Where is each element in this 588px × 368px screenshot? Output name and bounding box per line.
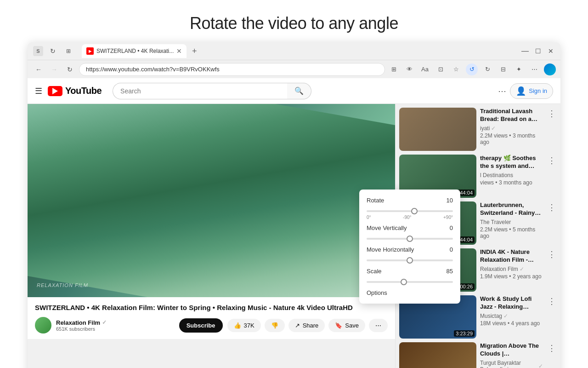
rotate-slider[interactable] bbox=[367, 210, 453, 212]
minimize-button[interactable]: — bbox=[521, 47, 529, 55]
close-button[interactable]: ✕ bbox=[547, 47, 555, 55]
sidebar-more-button[interactable]: ⋮ bbox=[547, 295, 557, 339]
sidebar-more-button[interactable]: ⋮ bbox=[547, 155, 557, 198]
sidebar-more-button[interactable]: ⋮ bbox=[547, 201, 557, 245]
scale-slider[interactable] bbox=[367, 281, 453, 283]
collections-icon[interactable]: ✦ bbox=[513, 63, 525, 75]
sidebar-video-info: INDIA 4K - Nature Relaxation Film - Peac… bbox=[480, 248, 543, 292]
more-actions-button[interactable]: ⋯ bbox=[369, 319, 388, 332]
sidebar-video-meta: views • 3 months ago bbox=[480, 179, 543, 186]
browser-titlebar: S ↻ ⊞ ▶ SWITZERLAND • 4K Relaxati... ✕ +… bbox=[28, 42, 560, 60]
move-h-slider-container bbox=[367, 255, 453, 263]
verified-badge: ✓ bbox=[102, 319, 107, 326]
reading-mode-icon[interactable]: 👁 bbox=[403, 63, 415, 75]
channel-name: Relaxation Film ✓ bbox=[56, 319, 175, 326]
sidebar-icon[interactable]: ⊟ bbox=[497, 63, 509, 75]
sidebar-video-title: Work & Study Lofi Jazz - Relaxing Smooth… bbox=[480, 295, 543, 311]
more-options-icon[interactable]: ⋯ bbox=[498, 86, 506, 96]
rotate-value: 10 bbox=[447, 197, 453, 204]
channel-subscribers: 651K subscribers bbox=[56, 326, 175, 332]
sidebar-video-item[interactable]: 31:18Migration Above The Clouds | Docume… bbox=[399, 342, 557, 368]
subscribe-button[interactable]: Subscribe bbox=[179, 318, 223, 333]
verified-icon: ✓ bbox=[538, 363, 543, 368]
sidebar-video-info: Lauterbrunnen, Switzerland - Rainy walk … bbox=[480, 201, 543, 245]
sign-in-button[interactable]: 👤 Sign in bbox=[510, 83, 553, 99]
sidebar-video-title: Migration Above The Clouds | Documentary bbox=[480, 342, 543, 358]
back-button[interactable]: ← bbox=[32, 63, 45, 76]
window-action-buttons: — ☐ ✕ bbox=[521, 47, 555, 55]
youtube-logo[interactable]: YouTube bbox=[48, 86, 102, 96]
extension-active-icon[interactable]: ↺ bbox=[466, 63, 478, 75]
extension-icon-refresh[interactable]: ↻ bbox=[47, 45, 59, 57]
browser-tabs: ▶ SWITZERLAND • 4K Relaxati... ✕ + bbox=[82, 44, 517, 58]
options-link[interactable]: Options bbox=[367, 289, 453, 296]
main-content: RELAXATION FILM SWITZERLAND • 4K Relaxat… bbox=[28, 104, 560, 368]
maximize-button[interactable]: ☐ bbox=[534, 47, 542, 55]
like-button[interactable]: 👍 37K bbox=[227, 319, 261, 332]
refresh-page-icon[interactable]: ↻ bbox=[481, 63, 493, 75]
split-view-icon[interactable]: ⊞ bbox=[388, 63, 400, 75]
youtube-logo-icon bbox=[48, 86, 62, 96]
video-frame: RELAXATION FILM bbox=[28, 104, 395, 297]
dislike-icon: 👎 bbox=[271, 322, 278, 329]
move-h-value: 0 bbox=[450, 246, 453, 253]
page-content: ☰ YouTube 🔍 ⋯ 👤 Sign in bbox=[28, 78, 560, 368]
rotate-labels: 0° -90° +90° bbox=[367, 215, 453, 220]
browser-window: S ↻ ⊞ ▶ SWITZERLAND • 4K Relaxati... ✕ +… bbox=[28, 42, 560, 368]
screenshot-icon[interactable]: ⊡ bbox=[435, 63, 447, 75]
verified-icon: ✓ bbox=[520, 266, 524, 272]
sidebar-video-info: Migration Above The Clouds | Documentary… bbox=[480, 342, 543, 368]
sidebar-channel-name: l Destinations bbox=[480, 172, 543, 178]
url-bar[interactable] bbox=[79, 63, 385, 76]
sidebar-channel-name: Turgut Bayraktar Belgeselleri ✓ bbox=[480, 360, 543, 368]
video-actions: 👍 37K 👎 ↗ Share 🔖 bbox=[227, 319, 388, 332]
menu-icon[interactable]: ☰ bbox=[35, 86, 42, 96]
dislike-button[interactable]: 👎 bbox=[265, 319, 285, 332]
sidebar-video-title: INDIA 4K - Nature Relaxation Film - Peac… bbox=[480, 248, 543, 264]
active-tab[interactable]: ▶ SWITZERLAND • 4K Relaxati... ✕ bbox=[82, 44, 187, 58]
text-size-icon[interactable]: Aa bbox=[419, 63, 431, 75]
browser-nav: ← → ↻ ⊞ 👁 Aa ⊡ ☆ ↺ ↻ ⊟ ✦ ⋯ bbox=[28, 60, 560, 78]
sidebar-video-info: Work & Study Lofi Jazz - Relaxing Smooth… bbox=[480, 295, 543, 339]
move-v-slider[interactable] bbox=[367, 238, 453, 240]
video-side: RELAXATION FILM SWITZERLAND • 4K Relaxat… bbox=[28, 104, 395, 368]
edge-icon[interactable] bbox=[544, 63, 556, 75]
search-button[interactable]: 🔍 bbox=[287, 83, 311, 99]
scale-label: Scale bbox=[367, 268, 382, 275]
forward-button[interactable]: → bbox=[48, 63, 61, 76]
thumb-duration: 44:04 bbox=[458, 190, 475, 196]
sidebar-more-button[interactable]: ⋮ bbox=[547, 342, 557, 368]
tab-favicon: ▶ bbox=[86, 47, 94, 55]
move-h-row: Move Horizontally 0 bbox=[367, 246, 453, 253]
move-v-slider-container bbox=[367, 233, 453, 242]
share-button[interactable]: ↗ Share bbox=[288, 319, 325, 332]
tab-close-button[interactable]: ✕ bbox=[176, 47, 182, 55]
channel-avatar[interactable] bbox=[35, 317, 51, 334]
refresh-button[interactable]: ↻ bbox=[63, 63, 76, 76]
sidebar-video-item[interactable]: Traditional Lavash Bread: Bread on a Bar… bbox=[399, 108, 557, 151]
video-player[interactable]: RELAXATION FILM bbox=[28, 104, 395, 297]
sidebar-more-button[interactable]: ⋮ bbox=[547, 248, 557, 292]
sidebar-more-button[interactable]: ⋮ bbox=[547, 108, 557, 151]
channel-row: Relaxation Film ✓ 651K subscribers Subsc… bbox=[35, 317, 388, 334]
sidebar-video-info: therapy 🌿 Soothes the s system and refre… bbox=[480, 155, 543, 198]
sidebar-video-title: Traditional Lavash Bread: Bread on a Bar… bbox=[480, 108, 543, 123]
sidebar-video-meta: 2.2M views • 5 months ago bbox=[480, 226, 543, 239]
search-input[interactable] bbox=[113, 83, 287, 99]
new-tab-button[interactable]: + bbox=[188, 45, 200, 57]
rotate-slider-container: 0° -90° +90° bbox=[367, 206, 453, 220]
sidebar-channel-name: iyati ✓ bbox=[480, 125, 543, 132]
more-icon[interactable]: ⋯ bbox=[528, 63, 540, 75]
thumb-duration: 3:23:29 bbox=[454, 330, 475, 337]
extension-icon-s[interactable]: S bbox=[33, 46, 43, 56]
overlay-panel: Rotate 10 0° -90° +90° Move Vertically 0 bbox=[359, 190, 460, 304]
tab-title: SWITZERLAND • 4K Relaxati... bbox=[96, 48, 174, 54]
page-heading: Rotate the video to any angle bbox=[0, 0, 588, 42]
share-icon: ↗ bbox=[295, 322, 300, 329]
extension-icon-grid[interactable]: ⊞ bbox=[62, 45, 74, 57]
nav-right-icons: ⊞ 👁 Aa ⊡ ☆ ↺ ↻ ⊟ ✦ ⋯ bbox=[388, 63, 556, 75]
move-h-slider[interactable] bbox=[367, 259, 453, 261]
favorites-icon[interactable]: ☆ bbox=[450, 63, 462, 75]
sidebar-video-meta: 1.9M views • 2 years ago bbox=[480, 273, 543, 280]
save-button[interactable]: 🔖 Save bbox=[328, 319, 365, 332]
